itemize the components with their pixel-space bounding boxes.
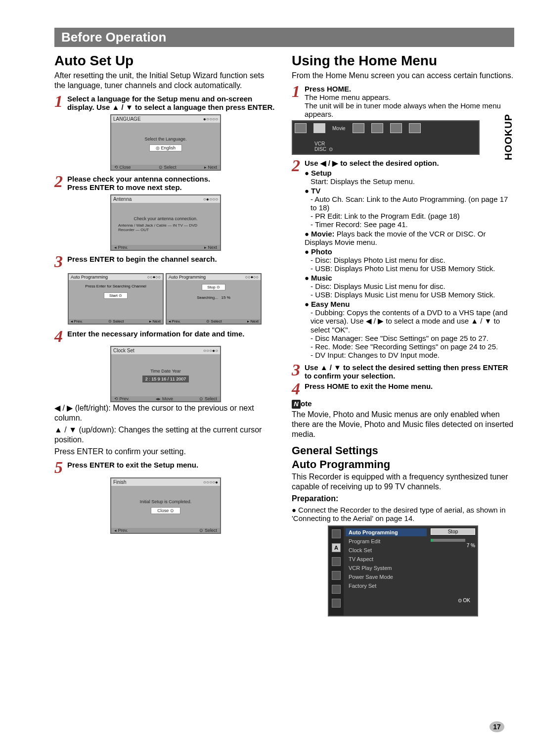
page-number-badge: 17 bbox=[490, 721, 504, 732]
shot1-body: Select the Language. bbox=[144, 137, 186, 142]
menu-item-auto-programming: Auto Programming bbox=[346, 528, 427, 536]
screenshot-autoprog-searching: Auto Programming○○●○○ Stop ⊙ Searching..… bbox=[166, 273, 262, 325]
menu-right-pane: Stop 7 % ⊙ OK bbox=[429, 526, 477, 615]
bullet-music: Music bbox=[311, 274, 332, 282]
screenshot-antenna: Antenna○●○○○ Check your antenna connecti… bbox=[110, 194, 221, 251]
home-disc-selected: DISC bbox=[314, 146, 326, 152]
hm-step4-text: Press HOME to exit the Home menu. bbox=[305, 382, 433, 395]
step-5-text: Press ENTER to exit the Setup menu. bbox=[67, 461, 198, 474]
hm-step-4: 4 Press HOME to exit the Home menu. bbox=[292, 382, 514, 395]
step-1-text: Select a language for the Setup menu and… bbox=[67, 94, 277, 111]
menu-item-program-edit: Program Edit bbox=[346, 537, 427, 545]
screenshot-clock-set: Clock Set○○○●○ Time Date Year 2 : 15 9 1… bbox=[110, 346, 221, 402]
shot1-button: ◎ English bbox=[149, 144, 182, 151]
menu-ok: ⊙ OK bbox=[431, 598, 470, 603]
step-number-4: 4 bbox=[54, 330, 67, 343]
right-column: Using the Home Menu From the Home Menu s… bbox=[292, 51, 514, 617]
step-4: 4 Enter the necessary information for da… bbox=[54, 330, 277, 343]
step-1: 1 Select a language for the Setup menu a… bbox=[54, 94, 277, 111]
shot2-title: Antenna bbox=[113, 196, 132, 202]
menu-item-power-save: Power Save Mode bbox=[346, 573, 427, 581]
home-icon-6 bbox=[409, 123, 421, 133]
step-3: 3 Press ENTER to begin the channel searc… bbox=[54, 255, 277, 268]
bullet-photo: Photo bbox=[311, 247, 332, 256]
note-body: The Movie, Photo and Music menus are onl… bbox=[292, 410, 514, 439]
preparation-head: Preparation: bbox=[292, 494, 338, 503]
bullet-movie: Movie: bbox=[311, 230, 335, 238]
manual-page: Before Operation HOOKUP Auto Set Up Afte… bbox=[0, 0, 534, 756]
step-2: 2 Please check your antenna connections.… bbox=[54, 175, 277, 191]
step-number-2: 2 bbox=[54, 175, 67, 191]
step-3-text: Press ENTER to begin the channel search. bbox=[67, 255, 217, 268]
shot1-title: LANGUAGE bbox=[113, 116, 141, 122]
menu-cat-icon bbox=[332, 599, 341, 608]
auto-programming-intro: This Recorder is equipped with a frequen… bbox=[292, 472, 514, 492]
menu-icon-column: A bbox=[329, 526, 344, 615]
hm-step1-bold: Press HOME. bbox=[305, 85, 351, 93]
general-settings-heading: General Settings bbox=[292, 444, 514, 457]
step-number-3: 3 bbox=[54, 255, 67, 268]
hm-step-1: 1 Press HOME. The Home menu appears. The… bbox=[292, 85, 514, 118]
shot2-diagram-labels: Antenna / Wall Jack / Cable — IN TV — DV… bbox=[118, 223, 213, 232]
screenshot-language: LANGUAGE●○○○○ Select the Language. ◎ Eng… bbox=[110, 114, 221, 171]
home-icon-1 bbox=[295, 123, 307, 133]
bullet-easy-menu: Easy Menu bbox=[311, 300, 350, 308]
hm-step-number-3: 3 bbox=[292, 363, 305, 380]
step-5: 5 Press ENTER to exit the Setup menu. bbox=[54, 461, 277, 474]
hm-step1-l2: The unit will be in tuner mode always wh… bbox=[305, 101, 501, 118]
hm-step-number-4: 4 bbox=[292, 382, 305, 395]
menu-cat-icon bbox=[332, 557, 341, 566]
preparation-line: Connect the Recorder to the desired type… bbox=[292, 506, 505, 522]
home-icon-movie bbox=[313, 123, 325, 133]
bullet-tv: TV bbox=[311, 187, 320, 195]
menu-cat-icon bbox=[332, 529, 341, 538]
hm-step1-l1: The Home menu appears. bbox=[305, 93, 391, 101]
step-number-5: 5 bbox=[54, 461, 67, 474]
hm-step-3: 3 Use ▲ / ▼ to select the desired settin… bbox=[292, 363, 514, 380]
sidebar-chapter-tab: HOOKUP bbox=[503, 114, 514, 160]
home-menu-heading: Using the Home Menu bbox=[292, 53, 514, 69]
hm-step3-text: Use ▲ / ▼ to select the desired setting … bbox=[305, 363, 514, 380]
menu-item-factory-set: Factory Set bbox=[346, 582, 427, 590]
step-number-1: 1 bbox=[54, 94, 67, 111]
menu-stop-button: Stop bbox=[431, 528, 475, 535]
screenshot-finish: Finish○○○○● Initial Setup is Completed. … bbox=[110, 477, 221, 534]
auto-set-up-heading: Auto Set Up bbox=[54, 53, 277, 69]
menu-cat-icon-a: A bbox=[332, 543, 341, 552]
screenshot-autoprog-start: Auto Programming○○●○○ Press Enter for Se… bbox=[68, 273, 164, 325]
menu-item-clock-set: Clock Set bbox=[346, 546, 427, 554]
menu-item-tv-aspect: TV Aspect bbox=[346, 555, 427, 563]
screenshot-home-menu: Movie VCR DISC ⊙ bbox=[292, 120, 480, 155]
home-icon-5 bbox=[390, 123, 402, 133]
step-4-text: Enter the necessary information for date… bbox=[67, 330, 244, 343]
auto-set-up-intro: After resetting the unit, the Initial Se… bbox=[54, 71, 277, 91]
bullet-setup: Setup bbox=[311, 169, 332, 177]
hm-step2-bold: Use ◀ / ▶ to select the desired option. bbox=[305, 159, 439, 167]
menu-progress: 7 % bbox=[431, 543, 475, 548]
menu-cat-icon bbox=[332, 585, 341, 594]
auto-programming-heading: Auto Programming bbox=[292, 458, 514, 471]
note-icon: N bbox=[292, 400, 301, 409]
left-column: Auto Set Up After resetting the unit, th… bbox=[54, 51, 277, 617]
screenshot-setup-menu: A Auto Programming Program Edit Clock Se… bbox=[328, 525, 478, 616]
shot2-body: Check your antenna connection. bbox=[134, 216, 197, 221]
step4-note-3: Press ENTER to confirm your setting. bbox=[54, 447, 277, 457]
menu-item-vcr-play: VCR Play System bbox=[346, 564, 427, 572]
menu-cat-icon bbox=[332, 571, 341, 580]
note-label: ote bbox=[301, 399, 312, 408]
home-icon-4 bbox=[371, 123, 383, 133]
step4-note-1: ◀ / ▶ (left/right): Moves the cursor to … bbox=[54, 403, 277, 423]
home-icon-3 bbox=[353, 123, 364, 133]
section-title-bar: Before Operation bbox=[54, 28, 514, 47]
home-menu-intro: From the Home Menu screen you can access… bbox=[292, 71, 514, 81]
hm-step-number-2: 2 bbox=[292, 159, 305, 359]
hm-step-number-1: 1 bbox=[292, 85, 305, 118]
menu-item-list: Auto Programming Program Edit Clock Set … bbox=[344, 526, 429, 615]
hm-step-2: 2 Use ◀ / ▶ to select the desired option… bbox=[292, 159, 514, 359]
step4-note-2: ▲ / ▼ (up/down): Changes the setting at … bbox=[54, 425, 277, 445]
step-2-text: Please check your antenna connections. P… bbox=[67, 175, 210, 191]
